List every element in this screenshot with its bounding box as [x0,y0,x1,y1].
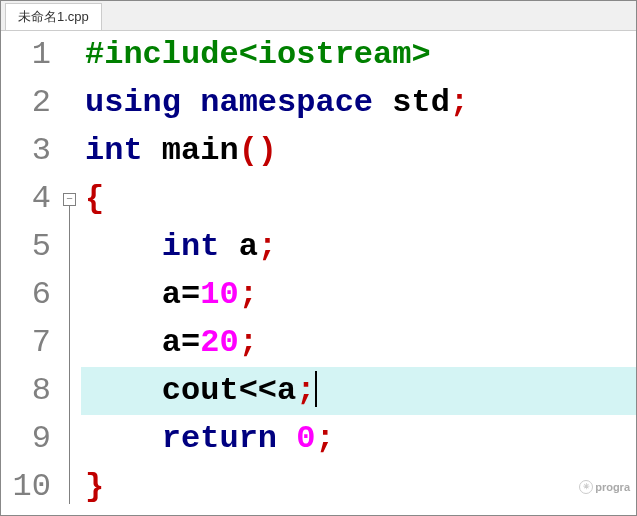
line-number: 5 [1,223,51,271]
code-token: ; [239,276,258,313]
code-token [181,84,200,121]
watermark-text: progra [595,463,630,511]
watermark-icon: ✳ [579,480,593,494]
line-number: 4 [1,175,51,223]
code-token: #include<iostream> [85,36,431,73]
code-area[interactable]: #include<iostream>using namespace std;in… [81,31,636,515]
line-number-gutter: 12345678910 [1,31,61,515]
code-token: a [277,372,296,409]
code-token: << [239,372,277,409]
code-token: 0 [296,420,315,457]
fold-guide-line [69,206,70,504]
code-token: 20 [200,324,238,361]
code-line[interactable]: using namespace std; [81,79,636,127]
code-token: main [162,132,239,169]
active-tab[interactable]: 未命名1.cpp [5,3,102,30]
code-token [85,276,162,313]
code-token: a [162,276,181,313]
code-token: { [85,180,104,217]
code-token [85,324,162,361]
code-token [143,132,162,169]
watermark: ✳ progra [579,463,630,511]
code-line[interactable]: int a; [81,223,636,271]
fold-toggle-icon[interactable]: − [63,193,76,206]
code-token: cout [162,372,239,409]
code-token [219,228,238,265]
code-token: ; [450,84,469,121]
code-token: } [85,468,104,505]
code-token: int [85,132,143,169]
code-token: 10 [200,276,238,313]
line-number: 8 [1,367,51,415]
code-token [85,372,162,409]
line-number: 6 [1,271,51,319]
code-line[interactable]: a=10; [81,271,636,319]
code-line[interactable]: cout<<a; [81,367,636,415]
line-number: 3 [1,127,51,175]
code-token: ; [239,324,258,361]
line-number: 7 [1,319,51,367]
code-token: namespace [200,84,373,121]
code-token: () [239,132,277,169]
code-token: a [239,228,258,265]
code-line[interactable]: int main() [81,127,636,175]
code-token: ; [315,420,334,457]
code-editor[interactable]: 12345678910 − #include<iostream>using na… [1,31,636,515]
fold-column: − [61,31,81,515]
code-token: return [162,420,277,457]
code-token [277,420,296,457]
code-token: = [181,324,200,361]
line-number: 2 [1,79,51,127]
code-token: = [181,276,200,313]
code-line[interactable]: return 0; [81,415,636,463]
code-token: ; [296,372,315,409]
code-token [85,420,162,457]
code-token [85,228,162,265]
code-line[interactable]: { [81,175,636,223]
code-token: std [392,84,450,121]
line-number: 1 [1,31,51,79]
code-token: ; [258,228,277,265]
code-line[interactable]: a=20; [81,319,636,367]
code-line[interactable]: #include<iostream> [81,31,636,79]
code-token: int [162,228,220,265]
code-token: a [162,324,181,361]
text-cursor [315,371,317,407]
tab-bar: 未命名1.cpp [1,1,636,31]
line-number: 10 [1,463,51,511]
line-number: 9 [1,415,51,463]
code-token [373,84,392,121]
code-token: using [85,84,181,121]
code-line[interactable]: } [81,463,636,511]
